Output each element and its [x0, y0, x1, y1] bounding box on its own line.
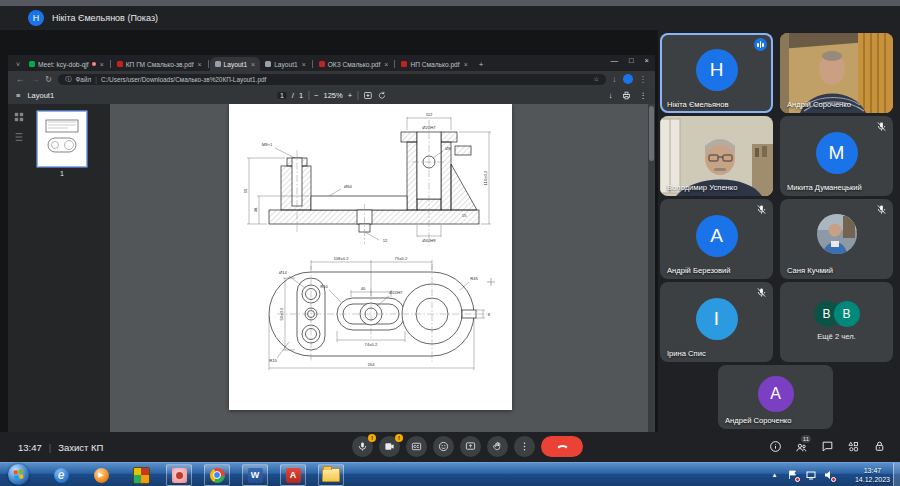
tile-volodymyr-uspenko[interactable]: Володимир Успенко [660, 116, 773, 196]
tile-andrii-sorochenko[interactable]: Андрій Сороченко [780, 33, 893, 113]
taskbar-explorer[interactable] [318, 464, 344, 486]
reload-icon[interactable]: ↻ [45, 75, 52, 84]
fit-page-icon[interactable] [363, 91, 372, 100]
start-button[interactable] [8, 464, 29, 485]
tray-expand-arrow-icon[interactable]: ▴ [769, 470, 780, 481]
tile-andrii-berezovyi[interactable]: А Андрій Березовий [660, 199, 773, 279]
more-options-button[interactable] [514, 436, 535, 457]
bookmark-star-icon[interactable]: ☆ [594, 75, 600, 83]
taskbar-game[interactable] [128, 464, 154, 486]
tab-pdf-2[interactable]: ОКЗ Смалько.pdf × [314, 57, 394, 71]
tile-mykyta-dumanetskyi[interactable]: М Микита Думанецький [780, 116, 893, 196]
tab-layout1-2[interactable]: Layout1 × [260, 57, 311, 71]
taskbar-word[interactable]: W [242, 464, 268, 486]
print-icon[interactable] [622, 91, 631, 100]
microphone-button[interactable]: ! [352, 436, 373, 457]
close-button[interactable]: × [645, 56, 649, 65]
dimension-label: 75±0.2 [395, 256, 408, 261]
mic-off-icon [876, 204, 887, 215]
taskbar-snipping-tool[interactable] [166, 464, 192, 486]
tab-close-icon[interactable]: × [198, 61, 202, 68]
meet-favicon-icon [29, 61, 35, 67]
pdf-scrollbar-thumb[interactable] [649, 106, 654, 161]
page-thumbnail[interactable] [38, 112, 86, 166]
tab-close-icon[interactable]: × [100, 61, 104, 68]
dimension-label: 164 [368, 362, 376, 367]
photo-avatar [817, 214, 857, 254]
tab-pdf-3[interactable]: НП Смалько.pdf × [396, 57, 472, 71]
forward-icon[interactable]: → [31, 75, 40, 84]
new-tab-button[interactable]: + [479, 60, 484, 69]
reactions-button[interactable] [433, 436, 454, 457]
network-icon[interactable] [805, 470, 816, 481]
chat-panel-icon[interactable] [821, 440, 834, 453]
mic-off-icon [756, 287, 767, 298]
outline-view-icon[interactable] [14, 132, 24, 142]
back-icon[interactable]: ← [16, 75, 25, 84]
camera-warning-badge: ! [395, 434, 403, 442]
tab-meet[interactable]: Meet: kcy-dob-qjf × [24, 57, 109, 71]
avatar: Н [696, 49, 738, 91]
taskbar-media-player[interactable]: ▶ [88, 464, 114, 486]
acrobat-icon: A [286, 468, 301, 483]
url-omnibox[interactable]: ⓘ Файл | C:/Users/user/Downloads/Смалько… [58, 74, 606, 85]
tab-close-icon[interactable]: × [251, 61, 255, 68]
zoom-in-button[interactable]: + [348, 91, 352, 100]
dimension-label: 8 [488, 312, 491, 317]
dimension-label: R10 [320, 284, 328, 289]
folder-icon [322, 468, 340, 482]
thumbnails-view-icon[interactable] [14, 112, 24, 122]
raise-hand-icon [492, 441, 503, 452]
host-controls-lock-icon[interactable] [873, 440, 886, 453]
end-call-button[interactable] [541, 436, 583, 457]
pdf-document-title: Layout1 [27, 91, 54, 100]
raise-hand-button[interactable] [487, 436, 508, 457]
tab-close-icon[interactable]: × [302, 61, 306, 68]
volume-icon[interactable] [823, 470, 834, 481]
meeting-details-icon[interactable] [769, 440, 782, 453]
browser-profile-avatar[interactable] [623, 74, 633, 84]
dimension-label: Ø20H7 [422, 125, 436, 130]
zoom-level[interactable]: 125% [323, 91, 342, 100]
maximize-button[interactable]: □ [629, 56, 634, 65]
present-button[interactable] [460, 436, 481, 457]
presenter-avatar: Н [28, 10, 44, 26]
tile-iryna-spys[interactable]: І Ірина Спис [660, 282, 773, 362]
avatar: М [816, 132, 858, 174]
tile-sania-kuchmyi[interactable]: Саня Кучмий [780, 199, 893, 279]
tile-overflow-more-people[interactable]: В В Ещё 2 чел. [780, 282, 893, 362]
pdf-menu-icon[interactable]: ≡ [16, 91, 20, 100]
browser-menu-kebab-icon[interactable]: ⋮ [639, 75, 648, 84]
tab-search-chevron-icon[interactable]: ˅ [16, 61, 20, 68]
show-desktop-button[interactable] [893, 463, 900, 486]
tab-close-icon[interactable]: × [464, 61, 468, 68]
taskbar-acrobat[interactable]: A [280, 464, 306, 486]
tab-pdf-1[interactable]: КП ГМ Смалько-зв.pdf × [112, 57, 207, 71]
tab-layout1-active[interactable]: Layout1 × [210, 57, 261, 71]
zoom-out-button[interactable]: − [314, 91, 318, 100]
camera-button[interactable]: ! [379, 436, 400, 457]
pdf-scrollbar[interactable] [648, 104, 655, 432]
dimension-label: R45 [470, 276, 478, 281]
taskbar-clock[interactable]: 13:47 14.12.2023 [855, 466, 890, 484]
activities-icon[interactable] [847, 440, 860, 453]
tab-close-icon[interactable]: × [384, 61, 388, 68]
downloads-icon[interactable]: ↓ [612, 75, 616, 84]
participant-name: Андрій Березовий [667, 266, 731, 275]
taskbar-internet-explorer[interactable]: e [48, 464, 74, 486]
captions-button[interactable] [406, 436, 427, 457]
tab-label: Layout1 [224, 61, 247, 68]
people-panel-button[interactable]: 11 [795, 440, 808, 458]
pdf-page-input[interactable]: 1 [277, 92, 287, 99]
page-info-icon[interactable]: ⓘ [65, 75, 71, 84]
rotate-icon[interactable] [377, 91, 386, 100]
action-center-flag-icon[interactable] [787, 470, 798, 481]
taskbar-chrome[interactable] [204, 464, 230, 486]
tile-nikita-yemelianov[interactable]: Н Нікіта Ємельянов [660, 33, 773, 113]
pdf-toolbar: ≡ Layout1 1 / 1 − 125% + ↓ ⋮ [8, 87, 655, 104]
minimize-button[interactable]: — [611, 56, 619, 65]
pdf-more-kebab-icon[interactable]: ⋮ [640, 91, 648, 100]
pdf-download-icon[interactable]: ↓ [609, 91, 613, 100]
tile-andrei-sorochenko[interactable]: А Андрей Сороченко [718, 365, 833, 429]
windows-flag-icon [13, 469, 23, 479]
